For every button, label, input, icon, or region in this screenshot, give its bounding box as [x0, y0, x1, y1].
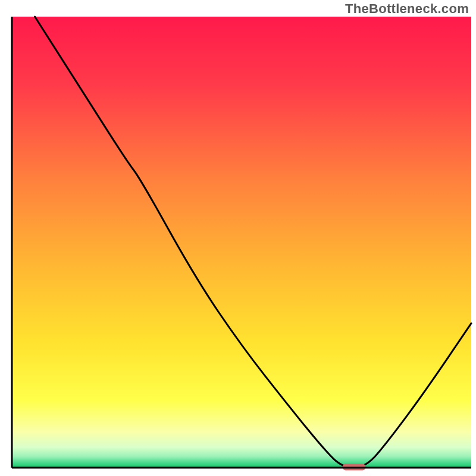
watermark-text: TheBottleneck.com: [345, 1, 469, 17]
chart-svg: [0, 0, 476, 476]
gradient-background: [12, 17, 471, 468]
bottleneck-chart: TheBottleneck.com: [0, 0, 476, 476]
